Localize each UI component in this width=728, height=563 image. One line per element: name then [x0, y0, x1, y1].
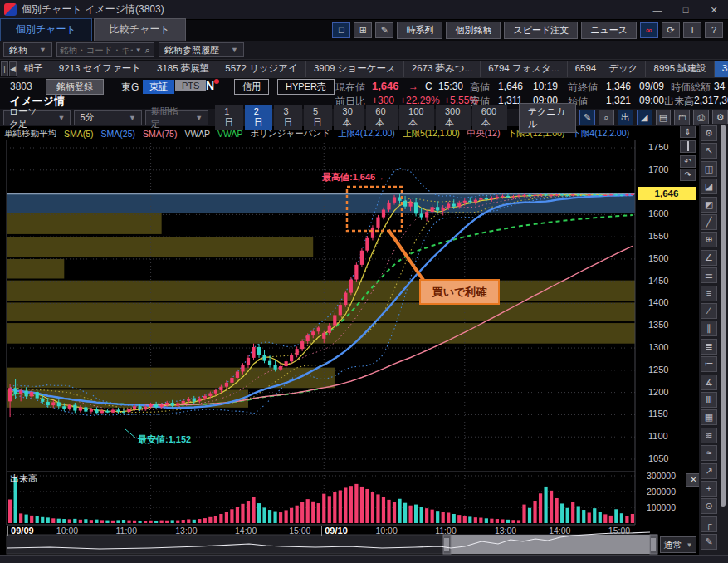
link-icon[interactable]: ∞	[640, 22, 658, 38]
duplicate-icon[interactable]: ◫	[701, 161, 717, 177]
period-button-2日[interactable]: 2日	[245, 105, 273, 130]
text-tool-icon[interactable]: T	[683, 22, 701, 38]
search-icon[interactable]: ⌕	[142, 45, 154, 56]
chart-type-dropdown[interactable]: ローソク足▼	[3, 110, 71, 125]
horizontal-lines-icon[interactable]: ≡	[701, 286, 717, 301]
timeseries-button[interactable]: 時系列	[397, 22, 442, 39]
close-button[interactable]: ✕	[700, 0, 728, 20]
period-button-60本[interactable]: 60本	[366, 105, 398, 130]
interval-dropdown[interactable]: 5分▼	[74, 110, 141, 125]
diagonal-line-icon[interactable]: ∕	[701, 303, 717, 319]
navigator-mode-dropdown[interactable]: 通常▼	[660, 536, 696, 553]
eraser-icon[interactable]: ◪	[701, 179, 717, 194]
mcap-label: 時価総額	[671, 81, 711, 95]
speed-order-button[interactable]: スピード注文	[504, 22, 578, 39]
chart-pencil-icon[interactable]: ✎	[579, 110, 595, 125]
period-button-1日[interactable]: 1日	[215, 105, 243, 130]
period-button-5日[interactable]: 5日	[304, 105, 332, 130]
refresh-icon[interactable]: ⟳	[662, 22, 680, 38]
technical-button[interactable]: テクニカル	[519, 103, 576, 133]
individual-stock-button[interactable]: 個別銘柄	[446, 22, 501, 39]
lock-scale-icon[interactable]	[680, 140, 696, 153]
register-stock-button[interactable]: 銘柄登録	[46, 79, 104, 95]
chart-settings-icon[interactable]: ⚙	[701, 125, 717, 141]
cursor-icon[interactable]: ↖	[701, 143, 717, 159]
stock-tab-8995[interactable]: 8995 誠建設	[646, 61, 714, 77]
symbol-search-input[interactable]	[57, 45, 135, 55]
tabs-prev-icon[interactable]: ◀	[9, 61, 17, 76]
eraser-all-icon[interactable]: ◩	[701, 197, 717, 213]
help-icon[interactable]: ?	[705, 22, 723, 38]
range-dropdown[interactable]: 期間指定▼	[145, 110, 208, 125]
move-icon[interactable]: +	[701, 481, 717, 497]
time-axis-tick: 11:00	[116, 526, 138, 536]
fib-fan-icon[interactable]: ≔	[701, 356, 717, 372]
minimize-button[interactable]: —	[643, 0, 672, 20]
exchange-toggle-pts[interactable]: PTS	[175, 80, 206, 91]
save-icon[interactable]: ▤	[656, 110, 672, 125]
session-low-annotation: 最安値:1,152	[138, 433, 191, 446]
parallel-channel-icon[interactable]: ∥	[701, 321, 717, 336]
wave-icon[interactable]: ≈	[701, 445, 717, 461]
area-chart-icon[interactable]: ◢	[637, 110, 652, 125]
stock-tab-6794[interactable]: 6794 フォスタ...	[481, 61, 567, 77]
tab-compare-chart[interactable]: 比較チャート	[94, 18, 186, 41]
price-axis-tick: 1550	[648, 231, 668, 241]
legend-item: 下限4(12,2.00)	[572, 128, 629, 140]
text-note-icon[interactable]: ✎	[701, 534, 717, 550]
tabs-first-icon[interactable]: |◀	[1, 61, 8, 76]
margin-button[interactable]: 信用	[234, 79, 269, 95]
news-logo-icon[interactable]: N	[206, 79, 219, 92]
fit-scale-icon[interactable]: ⇕	[680, 125, 696, 138]
undo-icon[interactable]: ↶	[680, 155, 696, 168]
folder-icon[interactable]: 🗀	[674, 110, 690, 125]
prev-close-date: 09/09	[639, 81, 664, 92]
symbol-history-dropdown[interactable]: 銘柄参照履歴▼	[159, 42, 244, 57]
exchange-toggle-tse[interactable]: 東証	[143, 80, 174, 94]
fib-retracement-icon[interactable]: ≣	[701, 339, 717, 355]
stock-tab-3185[interactable]: 3185 夢展望	[149, 61, 217, 77]
trend-line-icon[interactable]: ╱	[701, 214, 717, 230]
volume-value: 2,317,300	[694, 95, 728, 106]
corner-icon[interactable]: ┌	[701, 516, 717, 532]
angle-icon[interactable]: ∡	[701, 375, 717, 390]
news-button[interactable]: ニュース	[581, 22, 637, 39]
current-price-tag: 1,646	[638, 187, 696, 200]
layout-single-icon[interactable]: □	[332, 22, 350, 38]
chart-zoom-icon[interactable]: ⌕	[599, 110, 614, 125]
symbol-type-dropdown[interactable]: 銘柄▼	[3, 42, 52, 57]
stock-tab-3803[interactable]: 3803 イメージ情	[715, 61, 728, 77]
stock-tab-3909[interactable]: 3909 ショーケース	[306, 61, 404, 77]
stock-tab-2673[interactable]: 2673 夢みつ...	[404, 61, 481, 77]
toolbar-scrollbar[interactable]	[721, 125, 726, 507]
volume-label: 出来高	[664, 95, 694, 109]
period-button-3日[interactable]: 3日	[274, 105, 302, 130]
grid-icon[interactable]: ▦	[701, 409, 717, 425]
hyper-sell-button[interactable]: HYPER売	[277, 79, 335, 95]
measure-icon[interactable]: ⊙	[701, 498, 717, 514]
redo-icon[interactable]: ↷	[680, 169, 696, 181]
period-button-30本[interactable]: 30本	[334, 105, 365, 130]
period-button-100本[interactable]: 100本	[399, 105, 434, 130]
stock-tab-5572[interactable]: 5572 リッジアイ	[217, 61, 306, 77]
draw-pencil-icon[interactable]: ✎	[375, 22, 393, 38]
search-dropdown-icon[interactable]: ▼	[135, 47, 142, 54]
symbol-search[interactable]: ▼ ⌕	[56, 42, 154, 57]
current-price-label: 現在値	[335, 81, 365, 95]
layout-grid-icon[interactable]: ⊞	[354, 22, 372, 38]
time-cycle-icon[interactable]: Ⅲ	[701, 392, 717, 408]
vertical-lines-icon[interactable]: ☰	[701, 267, 717, 283]
period-button-300本[interactable]: 300本	[436, 105, 471, 130]
trend-arrow-icon[interactable]: ↗	[701, 463, 717, 479]
maximize-button[interactable]: □	[672, 0, 700, 20]
ray-fan-icon[interactable]: ∠	[701, 250, 717, 266]
period-button-600本[interactable]: 600本	[472, 105, 507, 130]
stock-tab-9213[interactable]: 9213 セイファート	[51, 61, 149, 77]
stock-tab-硝子[interactable]: 硝子	[17, 61, 51, 77]
tab-individual-chart[interactable]: 個別チャート	[0, 18, 92, 41]
zigzag-icon[interactable]: ≋	[701, 428, 717, 443]
extended-line-icon[interactable]: ⊕	[701, 232, 717, 247]
popout-icon[interactable]: 出	[618, 110, 633, 125]
stock-tab-6594[interactable]: 6594 ニデック	[568, 61, 647, 77]
profit-note-callout[interactable]: 買いで利確	[419, 279, 500, 305]
